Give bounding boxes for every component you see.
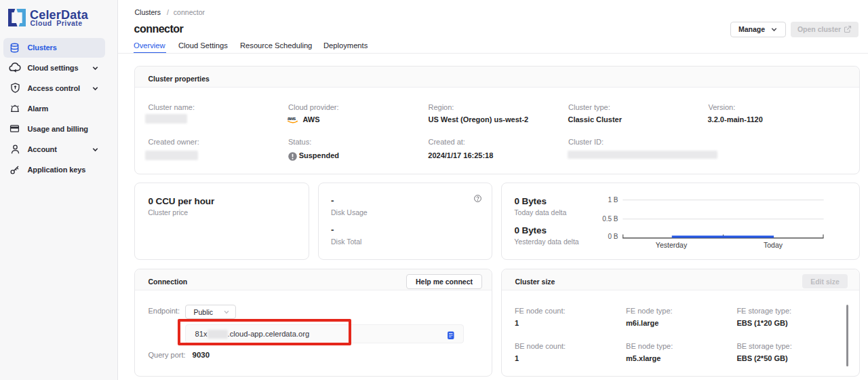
svg-text:0.5 B: 0.5 B	[602, 215, 618, 223]
svg-text:1 B: 1 B	[608, 196, 618, 204]
svg-text:Today: Today	[764, 241, 783, 249]
svg-text:Yesterday: Yesterday	[656, 241, 688, 249]
svg-text:0 B: 0 B	[608, 233, 618, 240]
svg-text:aws: aws	[288, 116, 296, 121]
